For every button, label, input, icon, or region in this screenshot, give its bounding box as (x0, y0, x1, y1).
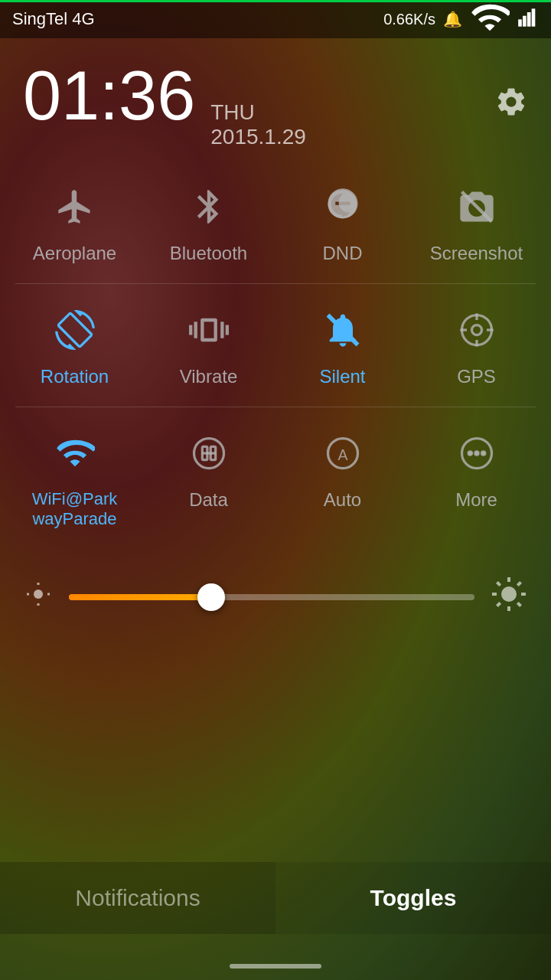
speed-label: 0.66K/s (383, 11, 435, 28)
vibrate-icon (182, 303, 236, 357)
toggle-dnd[interactable]: DND (282, 180, 404, 264)
main-content: 01:36 THU 2015.1.29 Aeroplane (0, 38, 551, 649)
wifi-icon (48, 426, 102, 480)
more-icon (450, 426, 504, 480)
time-display: 01:36 THU 2015.1.29 (23, 61, 306, 149)
toggle-bluetooth[interactable]: Bluetooth (148, 180, 270, 264)
toggle-rotation[interactable]: Rotation (14, 303, 136, 387)
slider-track (69, 594, 474, 600)
brightness-section (0, 545, 551, 649)
signal-icon (517, 7, 539, 32)
dnd-label: DND (323, 243, 363, 264)
settings-icon[interactable] (494, 85, 528, 126)
aeroplane-label: Aeroplane (33, 243, 116, 264)
brightness-low-icon (23, 580, 54, 613)
date-block: THU 2015.1.29 (210, 100, 306, 149)
divider-2 (15, 407, 536, 407)
toggle-row-2: Rotation Vibrate Silent (0, 288, 551, 403)
brightness-high-icon (490, 576, 528, 619)
vibrate-label: Vibrate (180, 366, 238, 387)
svg-rect-2 (527, 12, 531, 27)
slider-fill (69, 594, 211, 600)
screenshot-icon (450, 180, 504, 234)
rotation-icon (48, 303, 102, 357)
silent-label: Silent (319, 366, 365, 387)
toggle-silent[interactable]: Silent (282, 303, 404, 387)
status-right-icons: 0.66K/s 🔔 (383, 0, 539, 41)
data-icon (182, 426, 236, 480)
slider-thumb[interactable] (197, 583, 225, 611)
svg-line-37 (517, 582, 520, 585)
status-bar: SingTel 4G 0.66K/s 🔔 (0, 0, 551, 38)
wifi-status-icon (470, 0, 510, 41)
svg-line-35 (517, 603, 520, 606)
aeroplane-icon (48, 180, 102, 234)
silent-icon (316, 303, 370, 357)
svg-point-23 (481, 452, 484, 455)
svg-rect-0 (518, 19, 522, 26)
bottom-indicator (230, 964, 321, 969)
gps-label: GPS (457, 366, 496, 387)
bottom-tabs: Notifications Toggles (0, 862, 551, 934)
svg-point-7 (471, 325, 481, 335)
toggle-wifi[interactable]: WiFi@ParkwayParade (14, 426, 136, 530)
auto-icon: A (316, 426, 370, 480)
gps-icon (450, 303, 504, 357)
toggle-gps[interactable]: GPS (416, 303, 538, 387)
alarm-icon: 🔔 (443, 10, 462, 28)
svg-point-24 (34, 590, 43, 599)
day-label: THU (210, 100, 306, 125)
toggle-screenshot[interactable]: Screenshot (416, 180, 538, 264)
bluetooth-label: Bluetooth (170, 243, 247, 264)
toggle-auto[interactable]: A Auto (282, 426, 404, 530)
carrier-label: SingTel 4G (12, 9, 95, 29)
wifi-label: WiFi@ParkwayParade (32, 489, 118, 530)
data-label: Data (189, 489, 228, 511)
svg-point-22 (474, 452, 478, 455)
svg-rect-1 (523, 15, 527, 26)
date-label: 2015.1.29 (210, 125, 306, 149)
svg-text:A: A (337, 446, 347, 463)
brightness-slider[interactable] (69, 594, 474, 600)
toggle-aeroplane[interactable]: Aeroplane (14, 180, 136, 264)
toggle-data[interactable]: Data (148, 426, 270, 530)
battery-bar (0, 0, 551, 2)
svg-point-21 (468, 452, 471, 455)
tab-notifications[interactable]: Notifications (0, 862, 276, 934)
svg-point-29 (501, 586, 517, 602)
more-label: More (455, 489, 497, 511)
auto-label: Auto (324, 489, 361, 511)
svg-line-36 (497, 603, 500, 606)
time-section: 01:36 THU 2015.1.29 (0, 38, 551, 165)
svg-line-34 (497, 582, 500, 585)
screenshot-label: Screenshot (430, 243, 523, 264)
toggle-vibrate[interactable]: Vibrate (148, 303, 270, 387)
svg-rect-3 (532, 8, 536, 26)
dnd-icon (316, 180, 370, 234)
divider-1 (15, 283, 536, 284)
toggle-more[interactable]: More (416, 426, 538, 530)
toggle-row-1: Aeroplane Bluetooth DND (0, 165, 551, 279)
bluetooth-icon (182, 180, 236, 234)
toggle-row-3: WiFi@ParkwayParade Data (0, 411, 551, 545)
rotation-label: Rotation (41, 366, 109, 387)
clock: 01:36 (23, 61, 195, 130)
tab-toggles[interactable]: Toggles (276, 862, 551, 934)
